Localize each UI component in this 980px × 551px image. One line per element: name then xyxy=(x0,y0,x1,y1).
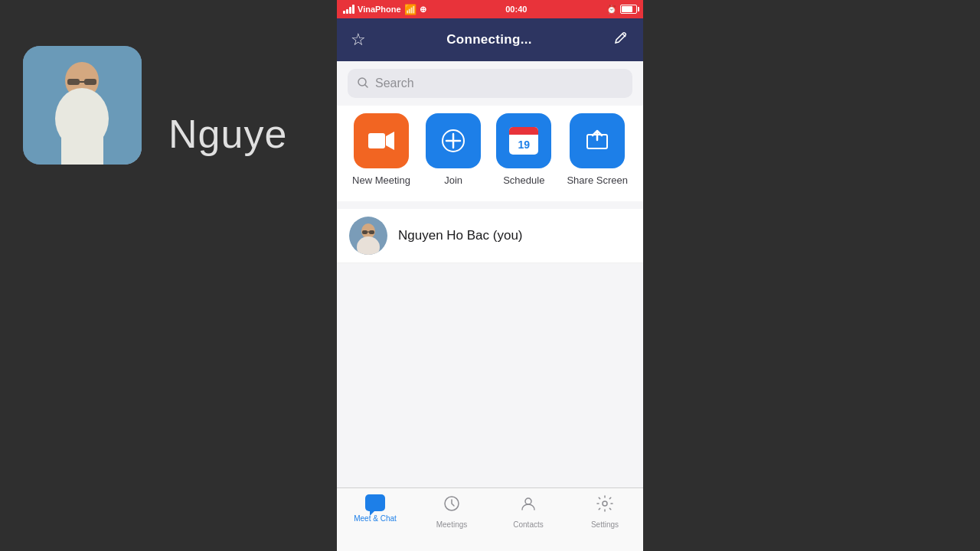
tab-contacts-label: Contacts xyxy=(513,520,543,529)
svg-rect-4 xyxy=(67,79,80,85)
calendar-icon: 19 xyxy=(509,127,538,155)
svg-rect-21 xyxy=(369,230,374,234)
contact-item[interactable]: Nguyen Ho Bac (you) xyxy=(337,209,643,263)
search-icon xyxy=(357,77,369,91)
tab-settings[interactable]: Settings xyxy=(567,494,643,529)
background-right xyxy=(643,0,980,551)
meetings-icon xyxy=(443,494,461,517)
status-left: VinaPhone 📶 ⊕ xyxy=(343,4,426,15)
contact-avatar xyxy=(349,217,387,255)
search-bar[interactable]: Search xyxy=(348,69,632,98)
search-container: Search xyxy=(337,61,643,106)
share-screen-label: Share Screen xyxy=(567,174,628,186)
tab-meetings-label: Meetings xyxy=(436,520,468,529)
action-grid: New Meeting Join 19 xyxy=(337,106,643,201)
schedule-icon-bg: 19 xyxy=(496,113,551,168)
share-icon xyxy=(585,129,609,153)
edit-button[interactable] xyxy=(612,30,629,51)
background-left: Nguye xyxy=(0,0,337,551)
schedule-button[interactable]: 19 Schedule xyxy=(496,113,551,186)
svg-rect-3 xyxy=(61,126,103,165)
meet-chat-icon xyxy=(365,494,385,511)
tab-meet-chat[interactable]: Meet & Chat xyxy=(337,494,413,523)
tab-meet-chat-label: Meet & Chat xyxy=(354,514,397,523)
bg-avatar xyxy=(23,46,142,165)
tab-settings-label: Settings xyxy=(591,520,619,529)
header-title: Connecting... xyxy=(446,32,532,47)
wifi-icon: 📶 xyxy=(404,4,416,15)
share-screen-button[interactable]: Share Screen xyxy=(567,113,628,186)
join-icon-bg xyxy=(426,113,481,168)
bg-name: Nguye xyxy=(168,111,287,157)
contact-name: Nguyen Ho Bac (you) xyxy=(398,228,523,243)
svg-point-24 xyxy=(525,498,531,504)
svg-rect-5 xyxy=(84,79,96,85)
main-content: Search New Meeting xyxy=(337,61,643,487)
alarm-icon: ⏰ xyxy=(606,5,617,15)
carrier-name: VinaPhone xyxy=(358,5,401,14)
svg-point-25 xyxy=(603,501,607,506)
new-meeting-label: New Meeting xyxy=(352,174,410,186)
favorite-button[interactable]: ☆ xyxy=(351,30,366,50)
search-placeholder: Search xyxy=(375,77,414,90)
signal-icon xyxy=(343,5,354,14)
tab-bar: Meet & Chat Meetings Contacts xyxy=(337,487,643,551)
activity-icon: ⊕ xyxy=(420,5,426,15)
join-button[interactable]: Join xyxy=(426,113,481,186)
contacts-icon xyxy=(519,494,537,517)
status-bar: VinaPhone 📶 ⊕ 00:40 ⏰ xyxy=(337,0,643,18)
settings-icon xyxy=(596,494,614,517)
status-right: ⏰ xyxy=(606,5,637,15)
app-header: ☆ Connecting... xyxy=(337,18,643,61)
new-meeting-button[interactable]: New Meeting xyxy=(352,113,410,186)
tab-meetings[interactable]: Meetings xyxy=(413,494,490,529)
tab-contacts[interactable]: Contacts xyxy=(490,494,567,529)
share-screen-icon-bg xyxy=(570,113,625,168)
battery-icon xyxy=(620,5,637,14)
new-meeting-icon-bg xyxy=(354,113,409,168)
contacts-section: Nguyen Ho Bac (you) xyxy=(337,209,643,263)
svg-rect-20 xyxy=(362,230,368,234)
status-time: 00:40 xyxy=(505,5,527,14)
phone-screen: VinaPhone 📶 ⊕ 00:40 ⏰ ☆ Connecting... xyxy=(337,0,643,551)
svg-line-9 xyxy=(365,85,368,87)
svg-rect-10 xyxy=(368,133,385,148)
svg-marker-11 xyxy=(386,132,394,150)
join-label: Join xyxy=(444,174,462,186)
schedule-label: Schedule xyxy=(503,174,544,186)
